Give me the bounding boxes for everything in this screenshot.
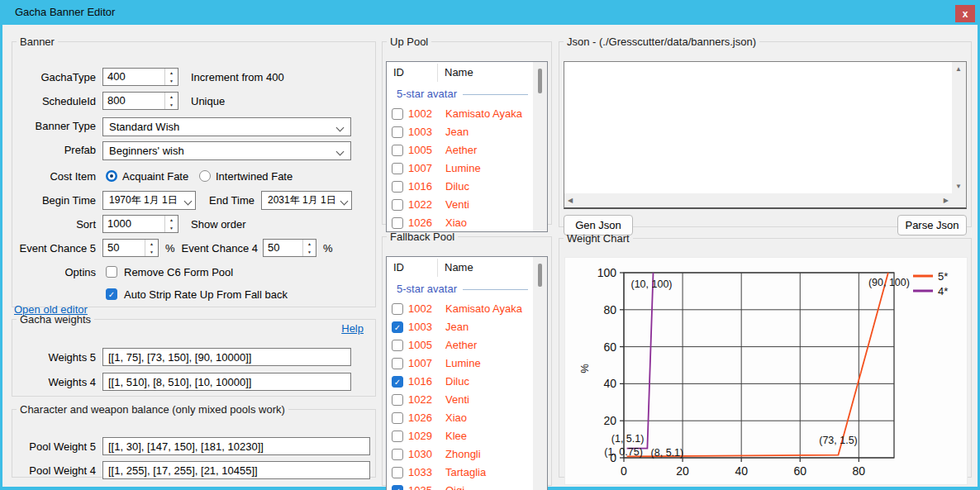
json-group: Json - (./Gresscutter/data/banners.json)… — [559, 36, 972, 227]
scroll-up-icon[interactable]: ▲ — [955, 65, 962, 73]
json-textarea[interactable] — [564, 62, 952, 193]
pool-weight-5-input[interactable]: [[1, 30], [147, 150], [181, 10230]] — [102, 437, 370, 455]
up-pool-scrollbar[interactable] — [533, 62, 547, 231]
sort-spinner[interactable]: 1000 ▲▼ — [102, 215, 178, 233]
row-checkbox[interactable] — [392, 181, 403, 193]
begin-time-label: Begin Time — [12, 194, 96, 207]
row-checkbox-checked[interactable]: ✓ — [392, 376, 403, 388]
auto-strip-checkbox[interactable]: ✓ — [106, 288, 117, 300]
begin-time-picker[interactable]: 1970年 1月 1日 — [102, 191, 196, 210]
event-chance-5-spin-buttons[interactable]: ▲▼ — [145, 240, 158, 256]
row-name: Kamisato Ayaka — [445, 302, 522, 315]
pool-row: 1007Lumine — [387, 354, 533, 373]
spin-up-icon[interactable]: ▲ — [165, 93, 178, 101]
row-id: 1016 — [408, 180, 432, 193]
point-annotation: (90, 100) — [868, 277, 910, 288]
row-id: 1026 — [408, 216, 432, 229]
id-column-header: ID — [393, 66, 404, 78]
row-name: Venti — [445, 198, 469, 211]
weights-5-value: [[1, 75], [73, 150], [90, 10000]] — [108, 351, 251, 364]
gachatype-spinner[interactable]: 400 ▲▼ — [102, 68, 178, 86]
spin-down-icon[interactable]: ▼ — [303, 248, 316, 256]
weights-4-input[interactable]: [[1, 510], [8, 510], [10, 10000]] — [102, 373, 351, 391]
point-annotation: (1, 5.1) — [611, 433, 645, 445]
row-checkbox[interactable] — [392, 163, 403, 174]
scroll-left-icon[interactable]: ◀ — [568, 197, 573, 204]
intertwined-fate-radio[interactable] — [199, 170, 211, 182]
json-horizontal-scrollbar[interactable]: ◀ ▶ — [564, 193, 952, 207]
row-checkbox[interactable] — [392, 431, 403, 442]
pool-row: ✓1035Qiqi — [387, 482, 533, 490]
spin-down-icon[interactable]: ▼ — [165, 101, 178, 109]
title-bar[interactable]: Gacha Banner Editor x — [0, 0, 980, 25]
spin-up-icon[interactable]: ▲ — [165, 69, 178, 77]
row-checkbox-checked[interactable]: ✓ — [392, 485, 403, 490]
remove-c6-checkbox[interactable] — [106, 266, 117, 278]
pool-weight-5-value: [[1, 30], [147, 150], [181, 10230]] — [108, 440, 264, 453]
row-checkbox[interactable] — [392, 340, 403, 351]
pool-row: 1026Xiao — [387, 214, 533, 231]
cost-item-label: Cost Item — [12, 170, 96, 183]
row-checkbox[interactable] — [392, 467, 403, 478]
row-id: 1005 — [408, 339, 432, 351]
row-checkbox[interactable] — [392, 358, 403, 369]
scrollbar-thumb[interactable] — [538, 264, 542, 287]
spin-down-icon[interactable]: ▼ — [165, 77, 178, 85]
gachatype-spin-buttons[interactable]: ▲▼ — [164, 69, 178, 85]
prefab-select[interactable]: Beginners' wish — [102, 141, 351, 160]
close-button[interactable]: x — [955, 5, 975, 22]
spin-down-icon[interactable]: ▼ — [145, 248, 158, 256]
row-checkbox[interactable] — [392, 449, 403, 460]
row-checkbox[interactable] — [392, 126, 403, 138]
acquaint-fate-label: Acquaint Fate — [122, 170, 188, 183]
spin-up-icon[interactable]: ▲ — [145, 240, 158, 248]
pool-weight-4-input[interactable]: [[1, 255], [17, 255], [21, 10455]] — [102, 461, 370, 479]
scroll-right-icon[interactable]: ▶ — [944, 197, 949, 204]
spin-down-icon[interactable]: ▼ — [165, 224, 178, 232]
row-checkbox[interactable] — [392, 394, 403, 406]
spin-up-icon[interactable]: ▲ — [303, 240, 316, 248]
pool-row: 1002Kamisato Ayaka — [387, 105, 533, 123]
app-window: Gacha Banner Editor x Banner GachaType 4… — [0, 0, 980, 490]
row-checkbox[interactable] — [392, 217, 403, 229]
row-checkbox[interactable] — [392, 303, 403, 315]
pool-row: 1029Klee — [387, 427, 533, 445]
row-name: Lumine — [445, 162, 481, 174]
scrollbar-thumb[interactable] — [538, 69, 542, 93]
banner-type-select[interactable]: Standard Wish — [102, 117, 351, 136]
pool-row: ✓1003Jean — [387, 318, 533, 336]
weights-5-label: Weights 5 — [12, 351, 96, 364]
row-checkbox[interactable] — [392, 145, 403, 156]
sort-spin-buttons[interactable]: ▲▼ — [164, 216, 178, 232]
sort-hint: Show order — [191, 218, 245, 231]
scheduleid-spinner[interactable]: 800 ▲▼ — [102, 92, 178, 110]
x-tick-label: 0 — [621, 464, 627, 478]
row-checkbox[interactable] — [392, 108, 403, 120]
event-chance-4-spinner[interactable]: 50 ▲▼ — [263, 239, 316, 257]
scheduleid-spin-buttons[interactable]: ▲▼ — [164, 93, 178, 109]
pool-row: ✓1016Diluc — [387, 373, 533, 391]
row-checkbox[interactable] — [392, 412, 403, 424]
fallback-pool-title: Fallback Pool — [387, 231, 458, 243]
row-name: Diluc — [445, 180, 469, 193]
event-chance-5-spinner[interactable]: 50 ▲▼ — [102, 239, 159, 257]
end-time-picker[interactable]: 2031年 1月 1日 — [261, 191, 352, 210]
scroll-down-icon[interactable]: ▼ — [955, 183, 962, 190]
row-checkbox[interactable] — [392, 199, 403, 211]
row-id: 1022 — [408, 198, 432, 211]
acquaint-fate-radio[interactable] — [106, 170, 117, 182]
weights-5-input[interactable]: [[1, 75], [73, 150], [90, 10000]] — [102, 348, 351, 366]
row-name: Diluc — [445, 375, 469, 388]
x-tick-label: 20 — [676, 464, 689, 478]
row-id: 1022 — [408, 393, 432, 406]
name-column-header: Name — [445, 66, 473, 78]
row-name: Lumine — [445, 357, 481, 369]
row-id: 1030 — [408, 448, 432, 460]
spin-up-icon[interactable]: ▲ — [165, 216, 178, 224]
row-checkbox-checked[interactable]: ✓ — [392, 321, 403, 333]
fallback-pool-scrollbar[interactable] — [533, 257, 547, 490]
json-vertical-scrollbar[interactable]: ▲ ▼ — [952, 62, 966, 193]
event-chance-4-spin-buttons[interactable]: ▲▼ — [302, 240, 316, 256]
pool-row: 1030Zhongli — [387, 445, 533, 464]
help-link[interactable]: Help — [340, 322, 365, 335]
